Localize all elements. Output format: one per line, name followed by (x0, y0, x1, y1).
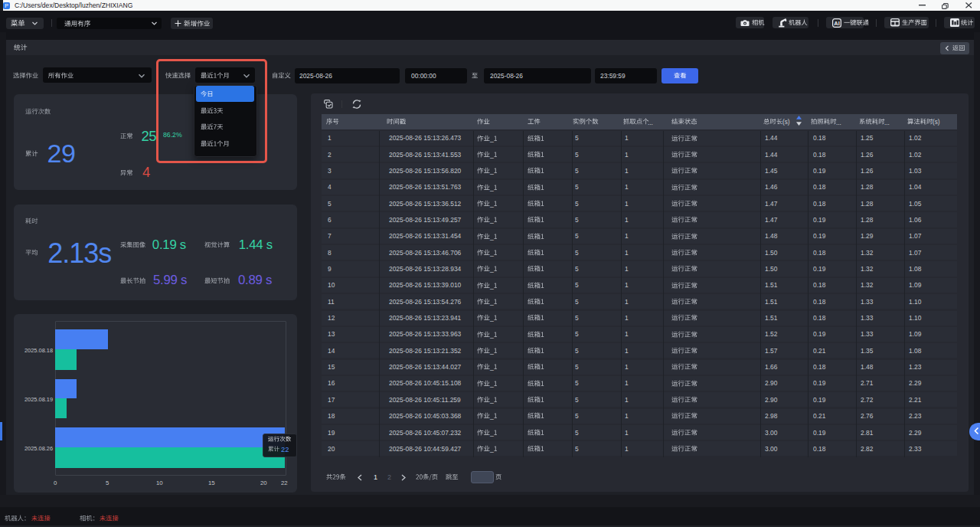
svg-text:_: _ (489, 151, 494, 159)
svg-text:_: _ (489, 265, 494, 273)
svg-text:_: _ (489, 429, 494, 437)
svg-text:_: _ (489, 232, 494, 240)
svg-text:_: _ (489, 314, 494, 322)
svg-text:_: _ (489, 200, 494, 208)
svg-text:_: _ (489, 330, 494, 338)
svg-text:_: _ (489, 281, 494, 289)
svg-text:_: _ (489, 249, 494, 257)
svg-text:_: _ (489, 134, 494, 142)
svg-text:_: _ (489, 363, 494, 371)
svg-text:_: _ (489, 183, 494, 191)
svg-text:_: _ (489, 445, 494, 453)
svg-text:_: _ (489, 380, 494, 388)
svg-text:_: _ (489, 216, 494, 224)
svg-text:AI: AI (834, 20, 839, 27)
svg-text:_: _ (489, 347, 494, 355)
svg-text:_: _ (489, 412, 494, 420)
svg-text:_: _ (489, 298, 494, 306)
svg-text:P: P (5, 3, 8, 8)
svg-text:_: _ (489, 396, 494, 404)
svg-text:_: _ (489, 167, 494, 175)
